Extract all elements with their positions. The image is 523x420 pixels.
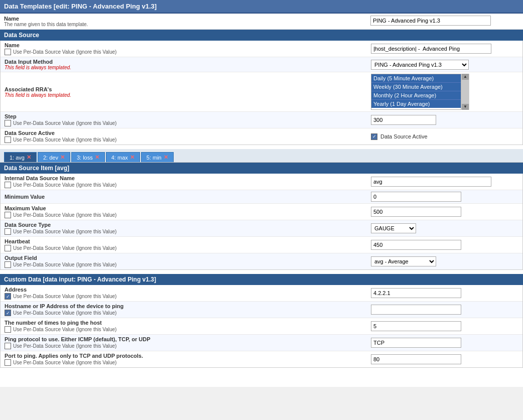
cd-address-checkbox-label: Use Per-Data Source Value (Ignore this V… — [13, 294, 116, 299]
rra-item-daily[interactable]: Daily (5 Minute Average) — [371, 74, 461, 82]
cd-pingtimes-checkbox-row: Use Per-Data Source Value (Ignore this V… — [5, 326, 371, 333]
tab-avg-close[interactable]: ✕ — [27, 154, 31, 161]
dsi-type-checkbox[interactable] — [5, 228, 11, 235]
dsi-max-checkbox-label: Use Per-Data Source Value (Ignore this V… — [13, 212, 116, 218]
cd-protocol-checkbox[interactable] — [5, 343, 11, 349]
name-field-label: Name — [4, 16, 370, 22]
ds-active-checkbox[interactable] — [5, 136, 11, 143]
dsi-type-label: Data Source Type — [5, 222, 371, 228]
cd-hostname-checkbox[interactable]: ✓ — [5, 310, 11, 316]
cd-port-checkbox[interactable] — [5, 359, 11, 366]
tab-min[interactable]: 5: min ✕ — [141, 152, 174, 162]
cd-hostname-input[interactable] — [371, 305, 461, 315]
tab-min-close[interactable]: ✕ — [164, 154, 168, 161]
rra-value-col: Daily (5 Minute Average) Weekly (30 Minu… — [371, 74, 518, 110]
step-checkbox-label: Use Per-Data Source Value (Ignore this V… — [13, 120, 116, 126]
ds-active-checkbox-row: Use Per-Data Source Value (Ignore this V… — [5, 136, 371, 143]
cd-protocol-input[interactable] — [371, 338, 461, 348]
tab-avg-label: 1: avg — [10, 155, 25, 161]
cd-pingtimes-input[interactable] — [371, 321, 461, 331]
cd-address-value-col — [371, 288, 518, 298]
dsi-max-label-col: Maximum Value Use Per-Data Source Value … — [5, 205, 371, 218]
ds-active-area: ✓ Data Source Active — [371, 133, 428, 140]
step-row: Step Use Per-Data Source Value (Ignore t… — [1, 112, 522, 128]
tab-max-close[interactable]: ✕ — [130, 154, 135, 161]
cd-protocol-checkbox-label: Use Per-Data Source Value (Ignore this V… — [13, 343, 116, 349]
dsi-min-value-col — [371, 192, 518, 202]
tab-loss-label: 3: loss — [77, 155, 93, 161]
step-checkbox[interactable] — [5, 120, 11, 126]
tab-dev[interactable]: 2: dev ✕ — [38, 152, 70, 162]
tab-loss[interactable]: 3: loss ✕ — [71, 152, 105, 162]
ds-active-row: Data Source Active Use Per-Data Source V… — [1, 128, 522, 145]
page-header: Data Templates [edit: PING - Advanced Pi… — [0, 0, 523, 14]
dsi-header: Data Source Item [avg] — [0, 163, 523, 174]
name-input[interactable] — [370, 16, 491, 26]
step-value-col — [371, 115, 518, 125]
rra-scroll-track — [462, 80, 469, 104]
cd-address-input[interactable] — [371, 288, 461, 298]
rra-scroll-down[interactable]: ▼ — [462, 104, 469, 110]
dsi-internal-name-input[interactable] — [371, 177, 491, 187]
dsi-section: Data Source Item [avg] Internal Data Sou… — [0, 163, 523, 270]
ds-name-checkbox-label: Use Per-Data Source Value (Ignore this V… — [13, 49, 116, 55]
rra-listbox-wrapper: Daily (5 Minute Average) Weekly (30 Minu… — [371, 74, 469, 110]
dsi-type-select[interactable]: GAUGE — [371, 223, 416, 233]
dsi-heartbeat-row: Heartbeat Use Per-Data Source Value (Ign… — [1, 237, 522, 253]
dsi-output-select[interactable]: avg - Average — [371, 256, 436, 266]
rra-item-weekly[interactable]: Weekly (30 Minute Average) — [371, 82, 461, 91]
dsi-heartbeat-label-col: Heartbeat Use Per-Data Source Value (Ign… — [5, 238, 371, 251]
dsi-type-checkbox-label: Use Per-Data Source Value (Ignore this V… — [13, 229, 116, 234]
custom-data-header: Custom Data [data input: PING - Advanced… — [0, 274, 523, 285]
cd-port-input[interactable] — [371, 354, 461, 364]
ds-name-input[interactable] — [371, 44, 491, 54]
dsi-heartbeat-checkbox[interactable] — [5, 245, 11, 251]
dim-sublabel: This field is always templated. — [5, 65, 371, 70]
ds-active-label: Data Source Active — [5, 130, 371, 136]
tab-loss-close[interactable]: ✕ — [95, 154, 99, 161]
rra-scroll-up[interactable]: ▲ — [462, 74, 469, 80]
dsi-type-label-col: Data Source Type Use Per-Data Source Val… — [5, 222, 371, 235]
name-field-sublabel: The name given to this data template. — [4, 22, 370, 27]
custom-data-body: Address ✓ Use Per-Data Source Value (Ign… — [0, 285, 523, 368]
ds-name-checkbox[interactable] — [5, 49, 11, 55]
bottom-spacer — [0, 372, 523, 387]
dsi-max-value-row: Maximum Value Use Per-Data Source Value … — [1, 204, 522, 220]
dim-select[interactable]: PING - Advanced Ping v1.3 — [371, 60, 469, 70]
dsi-output-checkbox[interactable] — [5, 261, 11, 268]
tab-avg[interactable]: 1: avg ✕ — [4, 152, 37, 162]
dsi-output-checkbox-label: Use Per-Data Source Value (Ignore this V… — [13, 262, 116, 267]
cd-pingtimes-row: The number of times to ping the host Use… — [1, 318, 522, 335]
cd-address-checkbox[interactable]: ✓ — [5, 293, 11, 300]
page-title: Data Templates [edit: PING - Advanced Pi… — [4, 3, 157, 10]
dsi-type-row: Data Source Type Use Per-Data Source Val… — [1, 220, 522, 237]
dsi-internal-name-checkbox[interactable] — [5, 182, 11, 188]
ds-active-active-label: Data Source Active — [380, 133, 428, 139]
dsi-max-input[interactable] — [371, 207, 461, 217]
cd-hostname-label-col: Hostname or IP Address of the device to … — [5, 303, 371, 316]
dsi-max-label: Maximum Value — [5, 205, 371, 211]
ds-active-checked-box[interactable]: ✓ — [371, 133, 377, 140]
dsi-heartbeat-input[interactable] — [371, 240, 461, 250]
dsi-internal-name-checkbox-label: Use Per-Data Source Value (Ignore this V… — [13, 182, 116, 188]
cd-hostname-row: Hostname or IP Address of the device to … — [1, 302, 522, 318]
dsi-min-input[interactable] — [371, 192, 461, 202]
cd-port-value-col — [371, 354, 518, 364]
rra-listbox[interactable]: Daily (5 Minute Average) Weekly (30 Minu… — [371, 74, 461, 110]
ds-name-row: Name Use Per-Data Source Value (Ignore t… — [1, 41, 522, 57]
page-wrapper: Data Templates [edit: PING - Advanced Pi… — [0, 0, 523, 387]
rra-label-col: Associated RRA's This field is always te… — [5, 86, 371, 98]
dim-label: Data Input Method — [5, 59, 371, 65]
tab-max[interactable]: 4: max ✕ — [106, 152, 140, 162]
rra-item-monthly[interactable]: Monthly (2 Hour Average) — [371, 91, 461, 99]
data-source-section: Data Source Name Use Per-Data Source Val… — [0, 30, 523, 145]
rra-label: Associated RRA's — [5, 86, 371, 92]
dsi-min-label: Minimum Value — [5, 194, 371, 200]
step-input[interactable] — [371, 115, 436, 125]
dsi-internal-name-label: Internal Data Source Name — [5, 175, 371, 181]
rra-item-yearly[interactable]: Yearly (1 Day Average) — [371, 99, 461, 108]
dsi-max-checkbox[interactable] — [5, 212, 11, 218]
cd-pingtimes-checkbox[interactable] — [5, 326, 11, 333]
tab-dev-close[interactable]: ✕ — [60, 154, 65, 161]
name-section: Name The name given to this data templat… — [0, 14, 523, 30]
